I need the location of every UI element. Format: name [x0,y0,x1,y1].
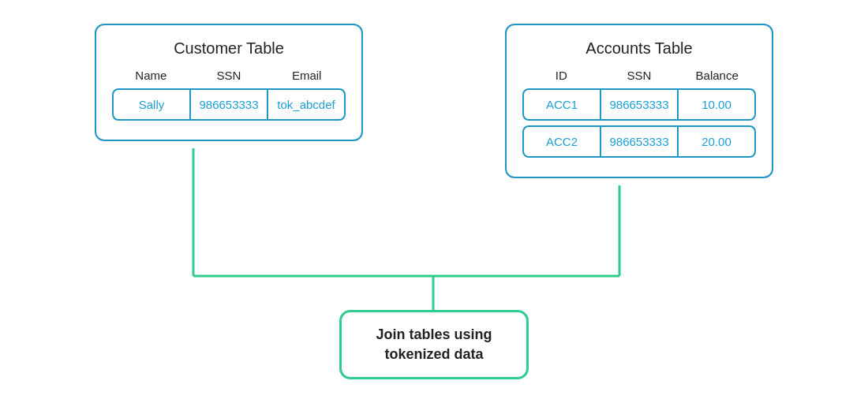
accounts-header-ssn: SSN [600,69,679,82]
customer-cell-ssn-0: 986653333 [191,90,268,119]
bottom-box-text: Join tables using tokenized data [373,325,495,364]
accounts-cell-id-0: ACC1 [524,90,601,119]
accounts-cell-ssn-0: 986653333 [601,90,679,119]
customer-header-email: Email [268,69,346,82]
accounts-table: Accounts Table ID SSN Balance ACC1 98665… [505,24,773,178]
bottom-box-line2: tokenized data [384,346,483,362]
customer-header-name: Name [112,69,190,82]
accounts-cell-balance-1: 20.00 [679,127,754,156]
accounts-cell-id-1: ACC2 [524,127,601,156]
bottom-box: Join tables using tokenized data [339,310,529,379]
customer-cell-name-0: Sally [114,90,191,119]
accounts-cell-balance-0: 10.00 [679,90,754,119]
tables-row: Customer Table Name SSN Email Sally 9866… [0,0,868,178]
diagram: Customer Table Name SSN Email Sally 9866… [0,0,868,403]
customer-table-title: Customer Table [112,39,346,58]
bottom-box-wrapper: Join tables using tokenized data [339,310,529,379]
accounts-table-headers: ID SSN Balance [522,69,756,82]
customer-table-headers: Name SSN Email [112,69,346,82]
accounts-row-1: ACC2 986653333 20.00 [522,125,756,158]
bottom-box-line1: Join tables using [376,327,492,342]
customer-table: Customer Table Name SSN Email Sally 9866… [95,24,363,141]
customer-row-0: Sally 986653333 tok_abcdef [112,88,346,121]
accounts-table-title: Accounts Table [522,39,756,58]
accounts-cell-ssn-1: 986653333 [601,127,679,156]
customer-header-ssn: SSN [190,69,268,82]
accounts-header-id: ID [522,69,600,82]
accounts-row-0: ACC1 986653333 10.00 [522,88,756,121]
customer-cell-email-0: tok_abcdef [268,90,344,119]
accounts-header-balance: Balance [678,69,756,82]
